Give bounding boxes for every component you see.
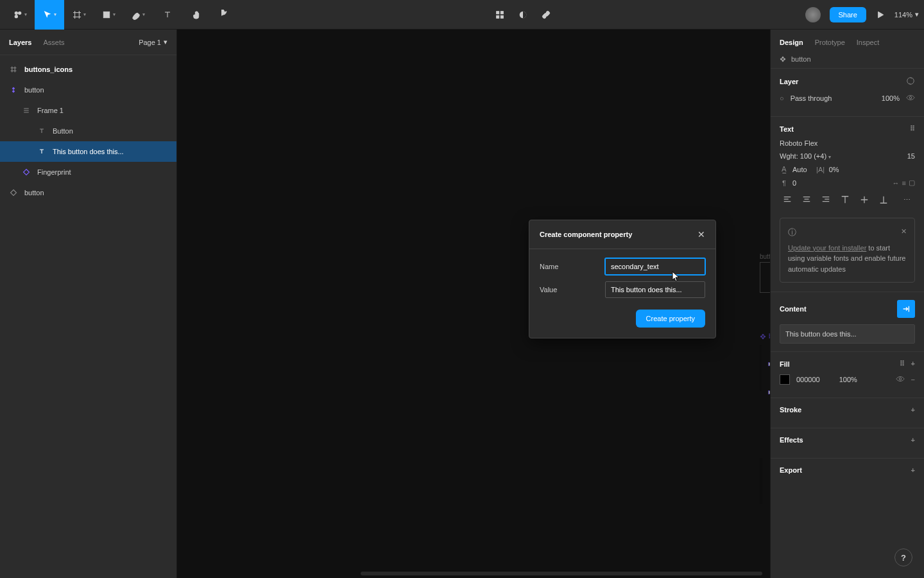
instance-icon	[9, 188, 18, 197]
top-toolbar: ▾ ▾ ▾ ▾ ▾	[0, 0, 924, 30]
tab-design[interactable]: Design	[780, 39, 803, 46]
stroke-section: Stroke +	[771, 398, 924, 428]
fill-section: Fill ⠿ + 000000 100% −	[771, 351, 924, 398]
name-label: Name	[540, 263, 605, 270]
comment-tool-button[interactable]	[212, 0, 241, 30]
tab-inspect[interactable]: Inspect	[857, 39, 879, 46]
zoom-dropdown[interactable]: 114%▾	[894, 10, 919, 19]
text-more-icon[interactable]: ⋯	[900, 192, 915, 207]
add-icon[interactable]: +	[911, 466, 915, 474]
tab-assets[interactable]: Assets	[43, 39, 64, 46]
apply-property-button[interactable]	[897, 300, 915, 318]
opacity-value[interactable]: 100%	[882, 94, 900, 102]
auto-height-icon[interactable]: ≡	[902, 179, 906, 187]
section-title: Export	[780, 466, 802, 474]
style-icon[interactable]: ⠿	[900, 360, 905, 368]
page-dropdown[interactable]: Page 1▾	[139, 38, 167, 46]
layer-label: button	[24, 86, 44, 94]
content-section: Content	[771, 292, 924, 351]
text-icon	[37, 147, 46, 156]
font-installer-link[interactable]: Update your font installer	[788, 244, 866, 252]
layer-item-fingerprint[interactable]: Fingerprint	[0, 162, 176, 182]
add-icon[interactable]: +	[911, 360, 915, 368]
font-weight-dropdown[interactable]: Wght: 100 (+4) ▾	[780, 152, 831, 160]
blend-mode-icon: ○	[780, 94, 784, 102]
create-property-modal: Create component property ✕ Name Value C…	[529, 220, 716, 338]
svg-rect-3	[497, 15, 499, 18]
align-middle-icon[interactable]	[857, 192, 872, 207]
align-top-icon[interactable]	[837, 192, 853, 207]
help-button[interactable]: ?	[894, 548, 912, 566]
align-bottom-icon[interactable]	[876, 192, 891, 207]
instance-icon	[22, 168, 31, 177]
align-center-icon[interactable]	[799, 192, 814, 207]
auto-width-icon[interactable]: ↔	[893, 179, 900, 187]
visibility-icon[interactable]	[906, 93, 915, 103]
present-button[interactable]	[875, 0, 886, 30]
pen-tool-button[interactable]: ▾	[123, 0, 153, 30]
component-reference[interactable]: button	[771, 55, 924, 68]
value-input[interactable]	[605, 281, 705, 298]
visibility-icon[interactable]	[896, 374, 905, 385]
component-controls-icon[interactable]	[495, 0, 505, 30]
fixed-size-icon[interactable]: ▢	[909, 179, 915, 187]
figma-menu-button[interactable]: ▾	[5, 0, 35, 30]
hand-tool-button[interactable]	[182, 0, 212, 30]
add-icon[interactable]: +	[911, 436, 915, 444]
canvas[interactable]: buttons_icons ★ ♥ button Button This but…	[177, 30, 770, 578]
close-icon[interactable]: ✕	[697, 229, 705, 240]
text-tool-button[interactable]	[153, 0, 182, 30]
layer-item-buttons-icons[interactable]: buttons_icons	[0, 59, 176, 80]
layer-settings-icon[interactable]	[906, 76, 915, 87]
warning-icon: ⓘ	[788, 226, 796, 239]
section-title: Effects	[780, 436, 803, 444]
page-label: Page 1	[139, 39, 161, 46]
layer-label: button	[24, 189, 44, 197]
svg-point-8	[899, 378, 902, 380]
frame-tool-button[interactable]: ▾	[64, 0, 94, 30]
paragraph-spacing-input[interactable]: 0	[792, 179, 796, 187]
move-tool-button[interactable]: ▾	[35, 0, 64, 30]
line-height-icon: A̲	[780, 165, 789, 173]
svg-rect-2	[501, 11, 504, 13]
fill-hex-input[interactable]: 000000	[796, 376, 820, 383]
shape-tool-button[interactable]: ▾	[94, 0, 123, 30]
section-title: Stroke	[780, 406, 801, 414]
frame-icon	[22, 106, 31, 115]
layer-label: This button does this...	[53, 148, 124, 155]
layer-label: Frame 1	[37, 107, 64, 114]
frame-icon	[9, 65, 18, 74]
layer-item-button-instance[interactable]: button	[0, 182, 176, 203]
close-icon[interactable]: ✕	[901, 226, 907, 237]
remove-icon[interactable]: −	[911, 376, 915, 383]
content-input[interactable]	[780, 324, 915, 344]
layer-item-button-comp[interactable]: button	[0, 80, 176, 100]
layer-item-frame1[interactable]: Frame 1	[0, 100, 176, 121]
fill-opacity-input[interactable]: 100%	[839, 376, 857, 383]
align-right-icon[interactable]	[818, 192, 834, 207]
fill-swatch[interactable]	[780, 374, 790, 385]
letter-spacing-input[interactable]: 0%	[829, 166, 839, 173]
layer-list: buttons_icons button Frame 1 Button This…	[0, 55, 176, 578]
blend-mode-dropdown[interactable]: Pass through	[791, 94, 832, 102]
line-height-input[interactable]: Auto	[792, 166, 807, 173]
user-avatar[interactable]	[805, 7, 821, 22]
style-icon[interactable]: ⠿	[910, 125, 915, 133]
link-icon[interactable]	[541, 0, 551, 30]
name-input[interactable]	[605, 258, 705, 275]
font-family-dropdown[interactable]: Roboto Flex	[780, 139, 817, 147]
layer-item-button-text[interactable]: Button	[0, 121, 176, 141]
share-button[interactable]: Share	[830, 7, 866, 22]
left-panel: Layers Assets Page 1▾ buttons_icons butt…	[0, 30, 177, 578]
create-property-button[interactable]: Create property	[636, 310, 705, 328]
font-size-input[interactable]: 15	[907, 152, 915, 160]
horizontal-scrollbar[interactable]	[361, 572, 762, 575]
align-left-icon[interactable]	[780, 192, 795, 207]
tab-layers[interactable]: Layers	[9, 39, 31, 46]
font-installer-notice: ⓘ ✕ Update your font installer to start …	[780, 218, 915, 283]
mask-icon[interactable]	[518, 0, 528, 30]
add-icon[interactable]: +	[911, 406, 915, 414]
modal-title: Create component property	[540, 231, 632, 238]
tab-prototype[interactable]: Prototype	[815, 39, 845, 46]
layer-item-subtitle-text[interactable]: This button does this...	[0, 141, 176, 162]
